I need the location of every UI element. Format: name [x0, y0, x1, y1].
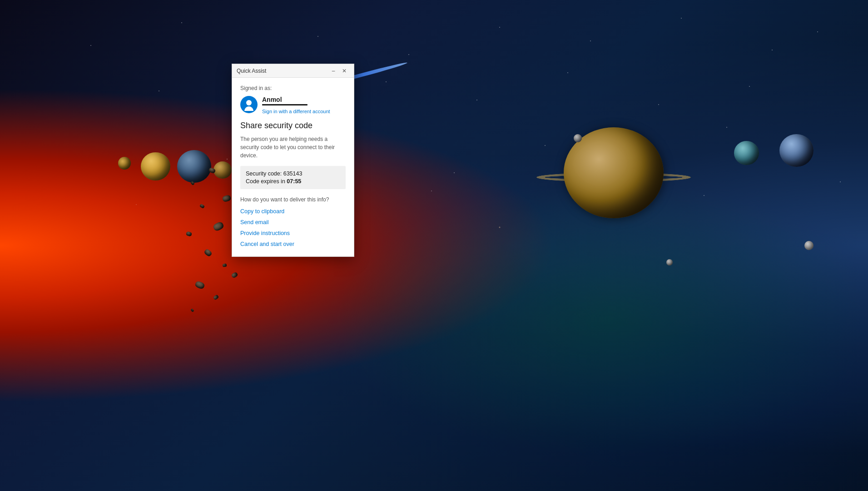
security-code-line: Security code: 635143: [246, 170, 340, 177]
asteroid: [203, 248, 213, 257]
asteroid: [199, 204, 205, 209]
cancel-and-start-over-link[interactable]: Cancel and start over: [240, 241, 346, 247]
send-email-link[interactable]: Send email: [240, 219, 346, 225]
asteroid: [231, 271, 238, 278]
titlebar-buttons: – ✕: [328, 66, 349, 76]
user-email-redacted: [262, 104, 308, 105]
nebula-layer: [0, 0, 868, 491]
quick-assist-window: Quick Assist – ✕ Signed in as: Anmol Sig…: [232, 64, 354, 257]
delivery-question: How do you want to deliver this info?: [240, 196, 346, 203]
planet-golden: [141, 152, 170, 180]
asteroid: [222, 195, 232, 202]
copy-to-clipboard-link[interactable]: Copy to clipboard: [240, 208, 346, 215]
expiry-time: 07:55: [287, 178, 301, 185]
person-icon: [243, 99, 254, 110]
user-info: Anmol Sign in with a different account: [262, 96, 346, 115]
window-body: Signed in as: Anmol Sign in with a diffe…: [232, 78, 354, 256]
expiry-label: Code expires in: [246, 178, 287, 185]
asteroid: [190, 181, 195, 185]
security-code-box: Security code: 635143 Code expires in 07…: [240, 166, 346, 189]
asteroid: [194, 281, 205, 290]
user-row: Anmol Sign in with a different account: [240, 96, 346, 115]
moon-1: [574, 134, 582, 142]
minimize-button[interactable]: –: [328, 66, 338, 76]
asteroid: [213, 295, 219, 301]
share-security-code-title: Share security code: [240, 121, 346, 130]
titlebar: Quick Assist – ✕: [232, 64, 354, 78]
asteroid: [222, 263, 227, 267]
avatar: [240, 96, 258, 113]
description-text: The person you are helping needs a secur…: [240, 135, 346, 160]
planet-teal: [734, 141, 759, 165]
asteroid: [213, 221, 225, 232]
moon-2: [666, 259, 673, 266]
moon-3: [804, 241, 813, 250]
asteroid: [186, 231, 192, 237]
action-links: Copy to clipboard Send email Provide ins…: [240, 208, 346, 247]
provide-instructions-link[interactable]: Provide instructions: [240, 230, 346, 236]
signed-in-label: Signed in as:: [240, 85, 346, 91]
security-code-expiry: Code expires in 07:55: [246, 178, 340, 185]
planet-blue-right: [779, 134, 813, 167]
window-title: Quick Assist: [237, 68, 266, 74]
planet-small: [118, 157, 131, 170]
asteroid: [190, 308, 194, 312]
close-button[interactable]: ✕: [339, 66, 349, 76]
sign-in-different-account-link[interactable]: Sign in with a different account: [262, 109, 330, 114]
security-code-value: 635143: [283, 170, 303, 177]
security-code-label: Security code:: [246, 170, 283, 177]
user-name: Anmol: [262, 96, 346, 103]
asteroid: [208, 167, 216, 174]
